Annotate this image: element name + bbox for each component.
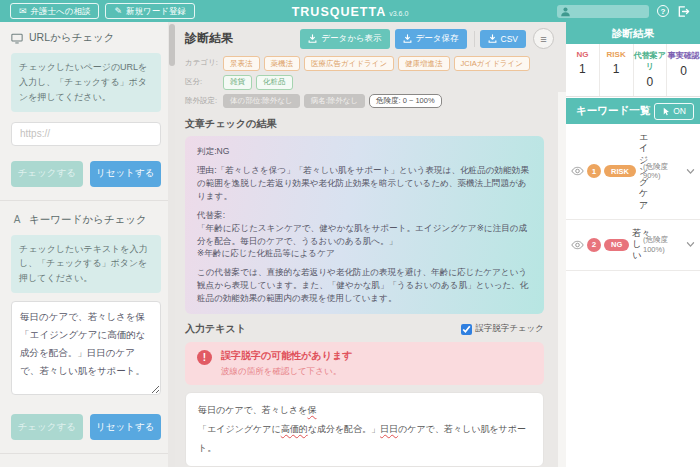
typo-highlight: 保 [307,405,316,415]
category-tag: 景表法 [223,56,260,71]
main-scrollbar[interactable] [558,92,566,467]
new-word-button[interactable]: ✎ 新規ワード登録 [105,3,194,20]
url-check-button[interactable]: チェックする [11,161,83,187]
keyword-list-header: キーワード一覧 ON [566,98,700,124]
question-icon: ? [661,7,666,16]
typo-highlight: 高価的 [281,424,308,434]
toolbar-separator [474,31,475,47]
letter-a-icon: A [11,214,23,225]
url-check-section-title: URLからチェック [11,31,161,45]
sidebar-divider [0,200,175,201]
eye-icon[interactable] [571,240,584,250]
typo-highlight: 日日 [380,424,398,434]
checked-text-line2: 「エイジングケアに高価的な成分を配合。」日日のケアで、若々しい肌をサポート。 [198,420,531,458]
category-tag: 健康増進法 [398,56,450,71]
text-check-result-title: 文章チェックの結果 [185,117,554,131]
alert-subtitle: 波線の箇所を確認して下さい。 [221,366,352,378]
diagnosis-result-header: 診断結果 [566,22,700,44]
alternative-note: ※年齢に応じた化粧品等によるケア [197,247,532,260]
page-title: 診断結果 [185,30,295,47]
category-tag: 薬機法 [264,56,301,71]
checked-text-line1: 毎日のケアで、若々しさを保 [198,401,531,420]
keyword-list-item[interactable]: 1 RISK エイジングケア (危険度90%) [566,124,700,220]
item-risk-percent: (危険度90%) [643,162,683,181]
risk-range-tag: 危険度: 0 ~ 100% [369,94,442,109]
result-gradient-box: 判定:NG 理由:「若々しさを保つ」「若々しい肌をサポート」という表現は、化粧品… [185,136,544,314]
stat-alternative: 代替案アリ 0 [634,44,668,96]
item-level-badge: NG [604,239,629,251]
typo-check-label: 誤字脱字チェック [475,323,544,335]
typo-alert: ! 誤字脱字の可能性があります 波線の箇所を確認して下さい。 [185,342,544,385]
download-icon [488,34,497,43]
explanation-text: この代替案では、直接的な若返りや老化防止の表現を避け、年齢に応じたケアという観点… [197,266,532,305]
category-label: カテゴリ: [185,58,219,68]
logout-icon[interactable] [677,5,690,18]
download-icon [308,34,317,43]
url-reset-button[interactable]: リセットする [90,161,162,187]
consult-lawyer-button[interactable]: ✉ 弁護士への相談 [10,3,99,20]
exclusion-tag: 病名:除外なし [304,94,365,109]
main-panel: 診断結果 データから表示 データ保存 CSV ≡ カテゴリ: 景表法 薬機法 医… [175,22,566,467]
url-input[interactable] [11,122,161,146]
warning-icon: ! [197,350,212,365]
exclusion-label: 除外設定: [185,96,219,106]
chevron-down-icon[interactable] [686,168,695,175]
judgement-text: 判定:NG [197,145,532,158]
checked-text-box: 毎日のケアで、若々しさを保 「エイジングケアに高価的な成分を配合。」日日のケアで… [185,392,544,467]
monitor-icon [11,33,23,44]
highlight-on-toggle[interactable]: ON [654,103,694,120]
stat-factcheck: 事実確認 0 [667,44,700,96]
user-icon [560,6,571,17]
app-version: v3.6.0 [389,10,408,17]
item-keyword: エイジングケア [639,132,640,211]
category-tag: 医療広告ガイドライン [304,56,394,71]
right-panel: 診断結果 NG 1 RISK 1 代替案アリ 0 事実確認 0 キーワード一覧 … [566,22,700,467]
input-text-title: 入力テキスト [185,322,461,336]
hamburger-icon: ≡ [540,33,546,45]
typo-check-checkbox[interactable] [461,324,472,335]
chevron-down-icon[interactable] [686,241,695,248]
stat-risk: RISK 1 [600,44,634,96]
consult-lawyer-label: 弁護士への相談 [31,6,91,16]
app-header: ✉ 弁護士への相談 ✎ 新規ワード登録 TRUSQUETTAv3.6.0 ? [0,0,700,22]
item-number-badge: 1 [587,164,601,178]
stats-summary: NG 1 RISK 1 代替案アリ 0 事実確認 0 [566,44,700,97]
sidebar-divider [0,453,175,454]
app-logo: TRUSQUETTA [292,5,387,19]
sidebar-scrollbar-thumb[interactable] [169,24,175,66]
item-number-badge: 2 [587,238,601,252]
keyword-check-button[interactable]: チェックする [11,414,83,440]
sidebar-scrollbar[interactable] [168,22,175,467]
download-icon [403,34,412,43]
reason-text: 理由:「若々しさを保つ」「若々しい肌をサポート」という表現は、化粧品の効能効果の… [197,164,532,203]
new-word-label: 新規ワード登録 [126,6,186,16]
stat-ng: NG 1 [566,44,600,96]
eye-icon[interactable] [571,166,584,176]
help-button[interactable]: ? [657,5,669,17]
envelope-icon: ✉ [19,6,27,17]
category-tag: JCIAガイドライン [454,56,530,71]
exclusion-tag: 体の部位:除外なし [223,94,300,109]
keyword-list-item[interactable]: 2 NG 若々しい (危険度100%) [566,220,700,271]
alert-title: 誤字脱字の可能性があります [221,349,352,363]
item-risk-percent: (危険度100%) [643,235,683,254]
csv-button[interactable]: CSV [480,30,526,48]
save-data-button[interactable]: データ保存 [395,29,467,49]
typo-check-toggle[interactable]: 誤字脱字チェック [461,323,544,335]
item-keyword: 若々しい [632,228,640,262]
account-box[interactable] [557,5,649,18]
menu-button[interactable]: ≡ [533,28,554,49]
item-level-badge: RISK [604,165,636,177]
show-from-data-button[interactable]: データから表示 [300,29,389,49]
left-sidebar: URLからチェック チェックしたいページのURLを入力し、「チェックする」ボタン… [0,22,175,467]
alternative-label: 代替案: [197,209,532,222]
division-label: 区分: [185,77,219,87]
division-tag: 雑貨 [223,75,252,90]
division-tag: 化粧品 [256,75,293,90]
keyword-textarea[interactable]: 毎日のケアで、若々しさを保 「エイジングケアに高価的な成分を配合。」日日のケアで… [11,301,161,395]
keyword-check-section-title: A キーワードからチェック [11,213,161,227]
alternative-text: 「年齢に応じたスキンケアで、健やかな肌をサポート。エイジングケア※に注目の成分を… [197,222,532,248]
pointer-icon [662,107,670,116]
keyword-reset-button[interactable]: リセットする [90,414,162,440]
keyword-check-info: チェックしたいテキストを入力し、「チェックする」ボタンを押してください。 [11,235,161,294]
